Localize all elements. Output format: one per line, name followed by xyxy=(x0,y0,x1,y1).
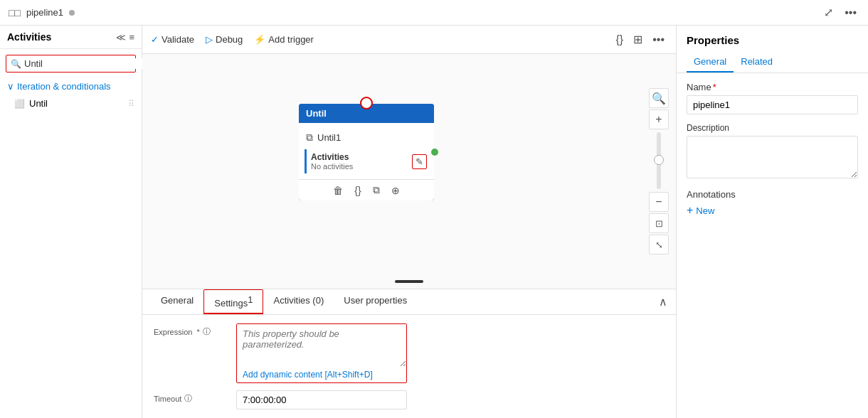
name-field-input[interactable] xyxy=(687,95,858,114)
zoom-out-button[interactable]: − xyxy=(649,192,669,212)
expression-textarea[interactable] xyxy=(237,324,406,367)
collapse-bottom-panel-button[interactable]: ∧ xyxy=(659,295,667,309)
timeout-info-icon: ⓘ xyxy=(184,393,192,404)
annotations-section: Annotations + New xyxy=(687,189,858,217)
expression-box[interactable]: Add dynamic content [Alt+Shift+D] xyxy=(236,323,407,383)
until-block-footer: 🗑 {} ⧉ ⊕ xyxy=(299,179,434,200)
zoom-thumb[interactable] xyxy=(654,155,664,165)
drag-handle-icon: ⠿ xyxy=(128,99,134,109)
activities-text-group: Activities No activities xyxy=(311,152,353,171)
description-field-group: Description xyxy=(687,123,858,181)
description-field-label: Description xyxy=(687,123,858,133)
code-block-icon[interactable]: {} xyxy=(354,185,361,196)
timeout-row: Timeout ⓘ xyxy=(154,390,665,409)
modified-dot xyxy=(69,10,75,16)
tab-general[interactable]: General xyxy=(151,289,203,314)
zoom-slider[interactable] xyxy=(657,132,661,189)
bottom-tabs-left: General Settings1 Activities (0) User pr… xyxy=(151,289,417,314)
trigger-icon: ⚡ xyxy=(254,34,265,45)
code-view-icon[interactable]: {} xyxy=(613,31,627,48)
delete-icon[interactable]: 🗑 xyxy=(333,185,343,196)
validate-label: Validate xyxy=(162,34,194,45)
properties-title: Properties xyxy=(677,26,868,52)
add-successor-icon[interactable]: ⊕ xyxy=(391,185,400,196)
new-annotation-button[interactable]: + New xyxy=(687,204,714,217)
activity-type-icon: ⬜ xyxy=(14,99,25,109)
collapse-left-icon[interactable]: ≪ xyxy=(116,32,126,43)
new-annotation-label: New xyxy=(696,205,714,216)
pipeline-icon: □□ xyxy=(9,7,21,18)
dynamic-content-link[interactable]: Add dynamic content [Alt+Shift+D] xyxy=(237,367,406,382)
expression-row: Expression* ⓘ Add dynamic content [Alt+S… xyxy=(154,323,665,383)
expand-canvas-button[interactable]: ⤡ xyxy=(649,235,669,254)
activities-inner-sub: No activities xyxy=(311,162,353,171)
timeout-label: Timeout ⓘ xyxy=(154,393,225,404)
add-trigger-label: Add trigger xyxy=(268,34,314,45)
sidebar-header: Activities ≪ ≡ xyxy=(0,26,142,49)
category-label: Iteration & conditionals xyxy=(17,81,111,92)
activities-inner-label: Activities xyxy=(311,152,353,162)
add-trigger-button[interactable]: ⚡ Add trigger xyxy=(254,34,314,45)
zoom-in-button[interactable]: + xyxy=(649,109,669,129)
activity-name-row: ⧉ Until1 xyxy=(305,129,428,146)
plus-icon: + xyxy=(687,204,693,217)
debug-button[interactable]: ▷ Debug xyxy=(206,34,243,45)
right-panel: Properties General Related Name* Descrip… xyxy=(676,26,868,418)
tab-settings[interactable]: Settings1 xyxy=(203,289,263,314)
toolbar-left: ✓ Validate ▷ Debug ⚡ Add trigger xyxy=(151,34,314,45)
pipeline-title: pipeline1 xyxy=(26,7,63,18)
until-block-body: ⧉ Until1 Activities No activities ✎ xyxy=(299,123,434,179)
bottom-content: Expression* ⓘ Add dynamic content [Alt+S… xyxy=(142,315,676,418)
chevron-down-icon: ∨ xyxy=(7,81,14,92)
activity-instance-name: Until1 xyxy=(317,132,341,143)
main-content: Activities ≪ ≡ 🔍 ∨ Iteration & condition… xyxy=(0,26,868,418)
timeout-input[interactable] xyxy=(236,390,407,409)
tab-user-properties[interactable]: User properties xyxy=(334,289,417,314)
right-tab-related[interactable]: Related xyxy=(734,52,780,73)
pipeline-canvas[interactable]: Until ⧉ Until1 Activities No activities … xyxy=(142,54,676,289)
activity-search-box[interactable]: 🔍 xyxy=(6,55,136,73)
right-panel-tabs: General Related xyxy=(677,52,868,73)
table-view-icon[interactable]: ⊞ xyxy=(630,31,645,48)
description-field-textarea[interactable] xyxy=(687,136,858,178)
activity-top-connector xyxy=(360,97,373,109)
sidebar: Activities ≪ ≡ 🔍 ∨ Iteration & condition… xyxy=(0,26,142,418)
until-activity-block[interactable]: Until ⧉ Until1 Activities No activities … xyxy=(299,104,434,200)
fit-to-frame-button[interactable]: ⊡ xyxy=(649,213,669,233)
canvas-toolbar: ✓ Validate ▷ Debug ⚡ Add trigger {} ⊞ ••… xyxy=(142,26,676,54)
validate-icon: ✓ xyxy=(151,34,159,45)
iteration-conditionals-category[interactable]: ∨ Iteration & conditionals xyxy=(0,78,142,95)
sidebar-menu-icon[interactable]: ≡ xyxy=(129,32,134,43)
top-bar-left: □□ pipeline1 xyxy=(9,7,75,18)
until-activity-item[interactable]: ⬜ Until ⠿ xyxy=(0,95,142,112)
until-header-label: Until xyxy=(306,108,327,119)
scroll-indicator xyxy=(395,280,423,283)
more-options-icon[interactable]: ••• xyxy=(842,5,859,21)
search-input[interactable] xyxy=(24,58,144,69)
canvas-area: ✓ Validate ▷ Debug ⚡ Add trigger {} ⊞ ••… xyxy=(142,26,676,418)
activity-copy-icon: ⧉ xyxy=(306,132,313,144)
name-field-label: Name* xyxy=(687,82,858,92)
edit-activities-button[interactable]: ✎ xyxy=(412,154,427,169)
right-tab-general[interactable]: General xyxy=(687,52,734,73)
activities-inner-section: Activities No activities ✎ xyxy=(305,149,428,173)
clone-icon[interactable]: ⧉ xyxy=(373,184,380,196)
validate-button[interactable]: ✓ Validate xyxy=(151,34,194,45)
top-bar-right: ⤢ ••• xyxy=(821,4,859,21)
pencil-icon: ✎ xyxy=(416,156,423,167)
bottom-panel: General Settings1 Activities (0) User pr… xyxy=(142,289,676,418)
debug-icon: ▷ xyxy=(206,34,213,45)
toolbar-right: {} ⊞ ••• xyxy=(613,31,668,48)
more-canvas-options-icon[interactable]: ••• xyxy=(650,31,667,48)
zoom-controls: 🔍 + − ⊡ ⤡ xyxy=(649,88,669,254)
expand-icon[interactable]: ⤢ xyxy=(821,4,836,21)
name-field-group: Name* xyxy=(687,82,858,114)
right-panel-body: Name* Description Annotations + New xyxy=(677,73,868,418)
annotations-label: Annotations xyxy=(687,189,858,200)
expression-info-icon: ⓘ xyxy=(203,326,211,337)
sidebar-controls: ≪ ≡ xyxy=(116,32,134,43)
search-icon: 🔍 xyxy=(11,59,21,69)
activity-item-label: Until xyxy=(29,98,48,109)
search-zoom-icon[interactable]: 🔍 xyxy=(649,88,669,108)
tab-activities[interactable]: Activities (0) xyxy=(263,289,334,314)
